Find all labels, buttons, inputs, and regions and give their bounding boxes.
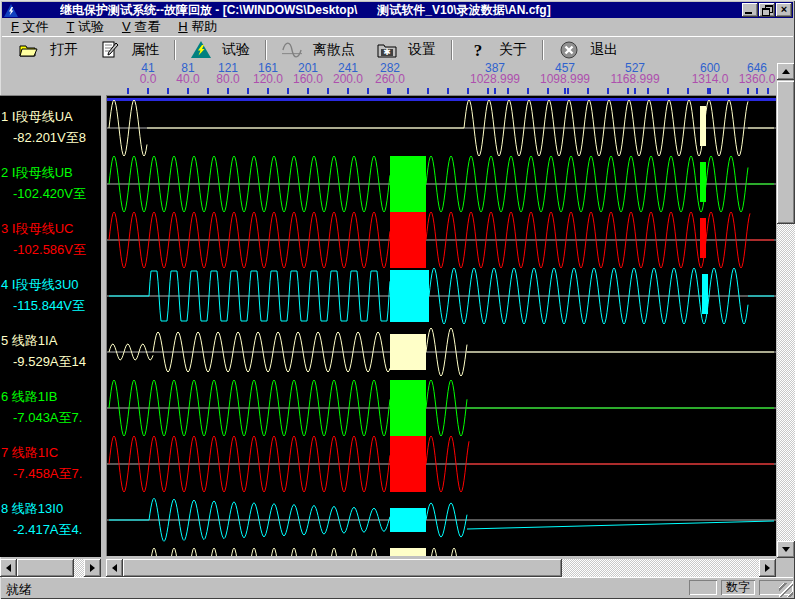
axis-minor-tick bbox=[207, 88, 209, 94]
top-blue-line bbox=[107, 98, 776, 101]
channel-label-1: 1 Ⅰ段母线UA-82.201V至8 bbox=[1, 106, 101, 148]
scroll-down-button[interactable] bbox=[777, 541, 795, 558]
restore-button[interactable] bbox=[759, 3, 775, 17]
status-ready-text: 就绪 bbox=[6, 581, 32, 599]
toolbar-button-open-folder[interactable]: 打开 bbox=[8, 38, 89, 62]
toolbar-button-label: 离散点 bbox=[313, 41, 355, 59]
channel-range: -9.529A至14 bbox=[1, 351, 101, 372]
axis-minor-tick bbox=[727, 88, 729, 94]
waveform-hscroll-track[interactable] bbox=[562, 559, 759, 577]
axis-tick-mark bbox=[756, 88, 758, 94]
axis-minor-tick bbox=[287, 88, 289, 94]
label-panel-hscrollbar[interactable] bbox=[0, 559, 101, 577]
toolbar-button-settings-folder[interactable]: ✱设置 bbox=[366, 38, 447, 62]
axis-minor-tick bbox=[147, 88, 149, 94]
toolbar-button-test-bolt[interactable]: 试验 bbox=[180, 38, 261, 62]
axis-minor-tick bbox=[767, 88, 769, 94]
status-mode-indicator: 数字 bbox=[721, 580, 755, 595]
test-bolt-icon bbox=[191, 41, 211, 59]
svg-text:✱: ✱ bbox=[383, 47, 391, 57]
vertical-scrollbar[interactable] bbox=[777, 63, 795, 558]
axis-tick-label: 282260.0 bbox=[355, 63, 425, 85]
axis-tick-label: 5271168.999 bbox=[600, 63, 670, 85]
axis-minor-tick bbox=[447, 88, 449, 94]
channel-label-panel: 1 Ⅰ段母线UA-82.201V至82 Ⅰ段母线UB-102.420V至3 Ⅰ段… bbox=[0, 95, 101, 557]
axis-minor-tick bbox=[747, 88, 749, 94]
window-title: 继电保护测试系统--故障回放 - [C:\WINDOWS\Desktop\ 测试… bbox=[60, 2, 551, 19]
channel-label-7: 7 线路1IC-7.458A至7. bbox=[1, 442, 101, 484]
arrow-right-icon bbox=[90, 564, 95, 572]
channel-label-6: 6 线路1IB-7.043A至7. bbox=[1, 386, 101, 428]
label-hscroll-thumb[interactable] bbox=[17, 559, 74, 577]
menu-item-T[interactable]: T 试验 bbox=[58, 18, 113, 36]
vertical-scroll-track[interactable] bbox=[777, 224, 795, 541]
toolbar-button-question-mark[interactable]: ?关于 bbox=[457, 38, 538, 62]
waveform-channel-9 bbox=[149, 548, 464, 556]
label-hscroll-track[interactable] bbox=[74, 559, 84, 577]
arrow-left-icon bbox=[112, 564, 117, 572]
channel-range: -115.844V至 bbox=[1, 295, 101, 316]
status-bar: 就绪 数字 bbox=[2, 577, 793, 597]
axis-minor-tick bbox=[367, 88, 369, 94]
scroll-up-button[interactable] bbox=[777, 63, 795, 80]
channel-range: -7.458A至7. bbox=[1, 463, 101, 484]
resize-grip[interactable] bbox=[779, 583, 793, 597]
close-button[interactable]: × bbox=[776, 3, 792, 17]
toolbar-button-label: 设置 bbox=[408, 41, 436, 59]
menu-item-V[interactable]: V 查看 bbox=[113, 18, 169, 36]
waveform-panel[interactable] bbox=[106, 95, 776, 556]
toolbar-button-exit-circle[interactable]: 退出 bbox=[548, 38, 629, 62]
channel-range: -7.043A至7. bbox=[1, 407, 101, 428]
channel-name: 1 Ⅰ段母线UA bbox=[1, 106, 101, 127]
toolbar-button-properties-doc[interactable]: 属性 bbox=[89, 38, 170, 62]
axis-minor-tick bbox=[547, 88, 549, 94]
app-window: 继电保护测试系统--故障回放 - [C:\WINDOWS\Desktop\ 测试… bbox=[0, 0, 795, 599]
axis-minor-tick bbox=[387, 88, 389, 94]
axis-tick-label: 3871028.999 bbox=[460, 63, 530, 85]
axis-tick-label: 4571098.999 bbox=[530, 63, 600, 85]
scroll-right-button[interactable] bbox=[759, 559, 776, 577]
dense-fault-block-ch8 bbox=[390, 508, 426, 532]
channel-name: 8 线路13I0 bbox=[1, 498, 101, 519]
svg-text:?: ? bbox=[474, 41, 483, 59]
waveform-channel-1 bbox=[109, 100, 774, 156]
toolbar-separator bbox=[174, 40, 176, 60]
dense-fault-block-ch5 bbox=[390, 334, 426, 370]
dense-fault-block-ch4 bbox=[390, 270, 429, 322]
menu-item-F[interactable]: F 文件 bbox=[2, 18, 58, 36]
channel-range: -2.417A至4. bbox=[1, 519, 101, 540]
toolbar-button-label: 属性 bbox=[131, 41, 159, 59]
channel-range: -102.420V至 bbox=[1, 183, 101, 204]
sine-wave-icon bbox=[282, 41, 302, 59]
scroll-right-button[interactable] bbox=[84, 559, 101, 577]
vertical-scroll-thumb[interactable] bbox=[777, 81, 795, 224]
axis-tick-mark bbox=[634, 88, 636, 94]
channel-name: 7 线路1IC bbox=[1, 442, 101, 463]
dense-fault-block-ch3 bbox=[390, 212, 426, 268]
axis-minor-tick bbox=[327, 88, 329, 94]
axis-minor-tick bbox=[667, 88, 669, 94]
scroll-left-button[interactable] bbox=[0, 559, 17, 577]
properties-doc-icon bbox=[100, 41, 120, 59]
axis-minor-tick bbox=[627, 88, 629, 94]
settings-folder-icon: ✱ bbox=[377, 41, 397, 59]
axis-minor-tick bbox=[407, 88, 409, 94]
scroll-left-button[interactable] bbox=[106, 559, 123, 577]
minimize-button[interactable] bbox=[742, 3, 758, 17]
waveform-hscroll-thumb[interactable] bbox=[123, 559, 562, 577]
axis-minor-tick bbox=[567, 88, 569, 94]
dense-fault-block-ch6 bbox=[390, 380, 426, 436]
waveform-plot[interactable] bbox=[107, 96, 776, 556]
toolbar-button-sine-wave[interactable]: 离散点 bbox=[271, 38, 366, 62]
axis-tick-mark bbox=[709, 88, 711, 94]
axis-minor-tick bbox=[527, 88, 529, 94]
menu-item-H[interactable]: H 帮助 bbox=[169, 18, 226, 36]
toolbar-button-label: 打开 bbox=[50, 41, 78, 59]
cursor-marker-ch3 bbox=[700, 218, 706, 258]
axis-tick-mark bbox=[494, 88, 496, 94]
channel-name: 2 Ⅰ段母线UB bbox=[1, 162, 101, 183]
axis-minor-tick bbox=[507, 88, 509, 94]
axis-minor-tick bbox=[487, 88, 489, 94]
axis-tick-mark bbox=[564, 88, 566, 94]
waveform-hscrollbar[interactable] bbox=[106, 559, 776, 577]
